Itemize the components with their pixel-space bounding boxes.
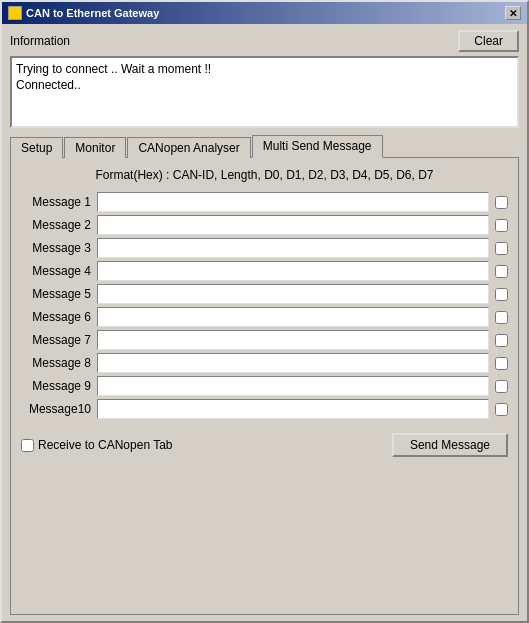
message-row: Message 1 bbox=[21, 192, 508, 212]
message-label-9: Message 9 bbox=[21, 379, 91, 393]
message-input-2[interactable] bbox=[97, 215, 489, 235]
message-row: Message 9 bbox=[21, 376, 508, 396]
message-label-6: Message 6 bbox=[21, 310, 91, 324]
message-input-8[interactable] bbox=[97, 353, 489, 373]
message-input-5[interactable] bbox=[97, 284, 489, 304]
format-label: Format(Hex) : CAN-ID, Length, D0, D1, D2… bbox=[21, 168, 508, 182]
title-bar: CAN to Ethernet Gateway ✕ bbox=[2, 2, 527, 24]
content-area: Information Clear Trying to connect .. W… bbox=[2, 24, 527, 621]
message-checkbox-8[interactable] bbox=[495, 357, 508, 370]
message-label-7: Message 7 bbox=[21, 333, 91, 347]
message-label-8: Message 8 bbox=[21, 356, 91, 370]
message-label-3: Message 3 bbox=[21, 241, 91, 255]
message-checkbox-6[interactable] bbox=[495, 311, 508, 324]
message-label-5: Message 5 bbox=[21, 287, 91, 301]
window-title: CAN to Ethernet Gateway bbox=[26, 7, 159, 19]
tab-monitor[interactable]: Monitor bbox=[64, 137, 126, 158]
message-input-4[interactable] bbox=[97, 261, 489, 281]
window-icon bbox=[8, 6, 22, 20]
message-input-1[interactable] bbox=[97, 192, 489, 212]
receive-label: Receive to CANopen Tab bbox=[38, 438, 173, 452]
tab-canopen-analyser[interactable]: CANopen Analyser bbox=[127, 137, 250, 158]
message-row: Message 5 bbox=[21, 284, 508, 304]
message-label-4: Message 4 bbox=[21, 264, 91, 278]
message-input-7[interactable] bbox=[97, 330, 489, 350]
tab-multi-send-message[interactable]: Multi Send Message bbox=[252, 135, 383, 158]
info-header: Information Clear bbox=[10, 30, 519, 52]
message-input-6[interactable] bbox=[97, 307, 489, 327]
message-checkbox-5[interactable] bbox=[495, 288, 508, 301]
bottom-bar: Receive to CANopen Tab Send Message bbox=[21, 429, 508, 461]
tab-bar: Setup Monitor CANopen Analyser Multi Sen… bbox=[10, 134, 519, 157]
info-line-1: Trying to connect .. Wait a moment !! bbox=[16, 61, 513, 77]
info-line-2: Connected.. bbox=[16, 77, 513, 93]
messages-grid: Message 1Message 2Message 3Message 4Mess… bbox=[21, 192, 508, 419]
main-window: CAN to Ethernet Gateway ✕ Information Cl… bbox=[0, 0, 529, 623]
tab-setup[interactable]: Setup bbox=[10, 137, 63, 158]
tabs-container: Setup Monitor CANopen Analyser Multi Sen… bbox=[10, 134, 519, 615]
receive-checkbox[interactable] bbox=[21, 439, 34, 452]
message-checkbox-1[interactable] bbox=[495, 196, 508, 209]
message-checkbox-2[interactable] bbox=[495, 219, 508, 232]
message-checkbox-10[interactable] bbox=[495, 403, 508, 416]
tab-content-multi-send: Format(Hex) : CAN-ID, Length, D0, D1, D2… bbox=[10, 157, 519, 615]
message-input-3[interactable] bbox=[97, 238, 489, 258]
title-bar-text: CAN to Ethernet Gateway bbox=[8, 6, 159, 20]
message-row: Message 7 bbox=[21, 330, 508, 350]
message-row: Message 2 bbox=[21, 215, 508, 235]
info-section: Information Clear Trying to connect .. W… bbox=[10, 30, 519, 128]
message-checkbox-4[interactable] bbox=[495, 265, 508, 278]
message-row: Message 4 bbox=[21, 261, 508, 281]
message-row: Message10 bbox=[21, 399, 508, 419]
info-box: Trying to connect .. Wait a moment !! Co… bbox=[10, 56, 519, 128]
message-checkbox-9[interactable] bbox=[495, 380, 508, 393]
message-row: Message 3 bbox=[21, 238, 508, 258]
message-row: Message 6 bbox=[21, 307, 508, 327]
message-label-10: Message10 bbox=[21, 402, 91, 416]
receive-checkbox-row: Receive to CANopen Tab bbox=[21, 438, 173, 452]
message-checkbox-3[interactable] bbox=[495, 242, 508, 255]
close-button[interactable]: ✕ bbox=[505, 6, 521, 20]
message-checkbox-7[interactable] bbox=[495, 334, 508, 347]
message-label-2: Message 2 bbox=[21, 218, 91, 232]
send-message-button[interactable]: Send Message bbox=[392, 433, 508, 457]
clear-button[interactable]: Clear bbox=[458, 30, 519, 52]
message-input-10[interactable] bbox=[97, 399, 489, 419]
info-label: Information bbox=[10, 34, 70, 48]
message-row: Message 8 bbox=[21, 353, 508, 373]
message-label-1: Message 1 bbox=[21, 195, 91, 209]
message-input-9[interactable] bbox=[97, 376, 489, 396]
